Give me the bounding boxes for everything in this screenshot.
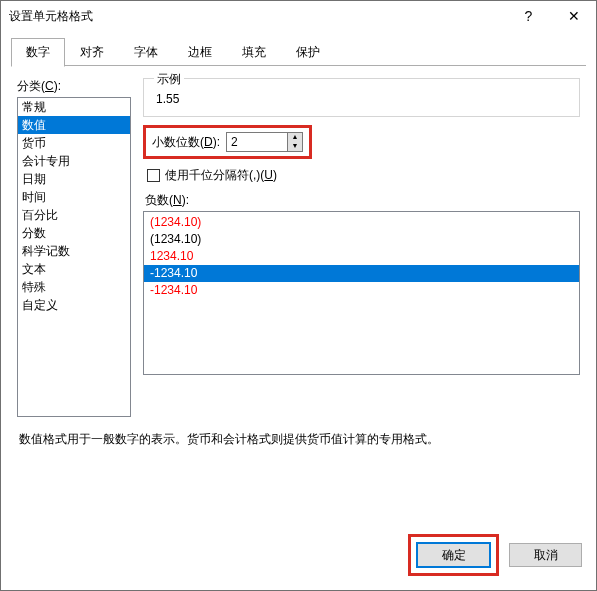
category-item-number[interactable]: 数值	[18, 116, 130, 134]
help-button[interactable]: ?	[506, 1, 551, 31]
category-item-time[interactable]: 时间	[18, 188, 130, 206]
negative-numbers-label: 负数(N):	[145, 192, 580, 209]
decimal-places-input[interactable]	[227, 133, 287, 151]
titlebar: 设置单元格格式 ? ✕	[1, 1, 596, 31]
sample-fieldset: 示例 1.55	[143, 78, 580, 117]
tab-number[interactable]: 数字	[11, 38, 65, 67]
button-bar: 确定 取消	[1, 524, 596, 590]
details-column: 示例 1.55 小数位数(D): ▲ ▼	[143, 78, 580, 417]
cancel-button[interactable]: 取消	[509, 543, 582, 567]
category-item-general[interactable]: 常规	[18, 98, 130, 116]
category-item-special[interactable]: 特殊	[18, 278, 130, 296]
neg-item-minus-black[interactable]: -1234.10	[144, 265, 579, 282]
thousands-separator-checkbox[interactable]	[147, 169, 160, 182]
tab-font[interactable]: 字体	[119, 38, 173, 67]
category-item-custom[interactable]: 自定义	[18, 296, 130, 314]
category-item-scientific[interactable]: 科学记数	[18, 242, 130, 260]
spin-down-button[interactable]: ▼	[288, 142, 302, 151]
tab-fill[interactable]: 填充	[227, 38, 281, 67]
tab-content: 分类(C): 常规 数值 货币 会计专用 日期 时间 百分比 分数 科学记数 文…	[1, 66, 596, 524]
ok-button-highlight: 确定	[408, 534, 499, 576]
decimal-places-label: 小数位数(D):	[152, 134, 220, 151]
category-item-date[interactable]: 日期	[18, 170, 130, 188]
neg-item-plain-red[interactable]: 1234.10	[144, 248, 579, 265]
format-cells-dialog: 设置单元格格式 ? ✕ 数字 对齐 字体 边框 填充 保护 分类(C): 常规 …	[0, 0, 597, 591]
category-label: 分类(C):	[17, 78, 131, 95]
tab-alignment[interactable]: 对齐	[65, 38, 119, 67]
neg-item-minus-red[interactable]: -1234.10	[144, 282, 579, 299]
category-item-accounting[interactable]: 会计专用	[18, 152, 130, 170]
neg-item-paren-red[interactable]: (1234.10)	[144, 214, 579, 231]
spin-up-button[interactable]: ▲	[288, 133, 302, 142]
negative-numbers-list[interactable]: (1234.10) (1234.10) 1234.10 -1234.10 -12…	[143, 211, 580, 375]
thousands-separator-label: 使用千位分隔符(,)(U)	[165, 167, 277, 184]
tabs-strip: 数字 对齐 字体 边框 填充 保护	[1, 31, 596, 66]
tab-protection[interactable]: 保护	[281, 38, 335, 67]
decimal-places-spinbox[interactable]: ▲ ▼	[226, 132, 303, 152]
category-item-text[interactable]: 文本	[18, 260, 130, 278]
category-item-percentage[interactable]: 百分比	[18, 206, 130, 224]
neg-item-paren-black[interactable]: (1234.10)	[144, 231, 579, 248]
spin-buttons: ▲ ▼	[287, 133, 302, 151]
tab-border[interactable]: 边框	[173, 38, 227, 67]
category-column: 分类(C): 常规 数值 货币 会计专用 日期 时间 百分比 分数 科学记数 文…	[17, 78, 131, 417]
format-description: 数值格式用于一般数字的表示。货币和会计格式则提供货币值计算的专用格式。	[17, 417, 580, 448]
close-button[interactable]: ✕	[551, 1, 596, 31]
category-list[interactable]: 常规 数值 货币 会计专用 日期 时间 百分比 分数 科学记数 文本 特殊 自定…	[17, 97, 131, 417]
sample-value: 1.55	[154, 88, 569, 106]
decimal-places-highlight: 小数位数(D): ▲ ▼	[143, 125, 312, 159]
ok-button[interactable]: 确定	[417, 543, 490, 567]
titlebar-title: 设置单元格格式	[9, 8, 506, 25]
category-item-currency[interactable]: 货币	[18, 134, 130, 152]
thousands-separator-row[interactable]: 使用千位分隔符(,)(U)	[143, 165, 580, 192]
category-item-fraction[interactable]: 分数	[18, 224, 130, 242]
sample-label: 示例	[154, 71, 184, 88]
